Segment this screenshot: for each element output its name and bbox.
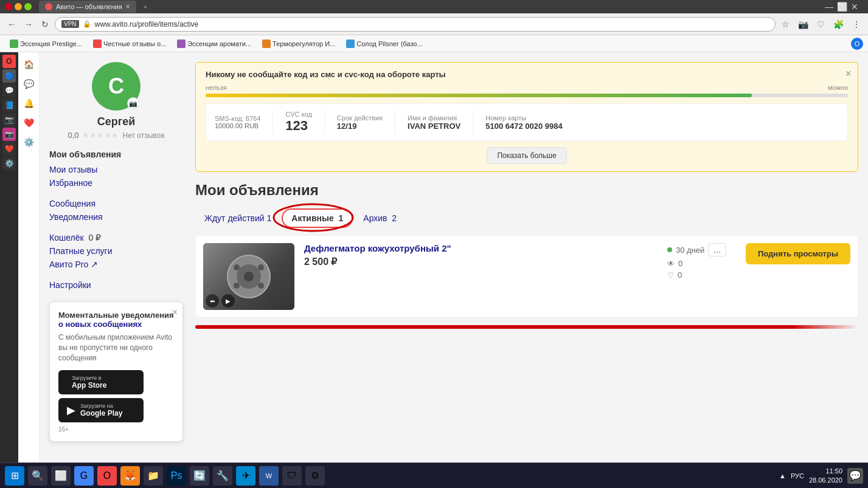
bookmark-3-label: Эссенции аромати... — [187, 40, 251, 47]
sms-amount: 10000.00 RUB — [215, 122, 260, 129]
number-value: 5100 6472 0020 9984 — [485, 122, 563, 131]
warning-close-btn[interactable]: × — [845, 67, 852, 80]
avatar: С 📷 — [92, 62, 141, 111]
google-play-name: Google Play — [80, 409, 122, 418]
menu-btn[interactable]: ⋮ — [850, 17, 863, 32]
taskbar-tool1[interactable]: 🔧 — [213, 466, 232, 486]
vpn-badge: VPN — [61, 20, 79, 28]
listing-title[interactable]: Дефлегматор кожухотрубный 2" — [304, 243, 658, 253]
window-restore-btn[interactable]: ⬜ — [837, 2, 847, 12]
nav-item-reviews[interactable]: Мои отзывы — [49, 163, 183, 176]
close-btn[interactable] — [5, 3, 12, 10]
svg-point-6 — [234, 283, 240, 289]
taskbar-task-view[interactable]: ⬜ — [51, 466, 71, 486]
warning-card: SMS-код: 8764 10000.00 RUB CVC код 123 — [206, 103, 848, 141]
bookmark-2[interactable]: Честные отзывы о... — [88, 38, 171, 49]
address-bar[interactable]: VPN 🔒 www.avito.ru/profile/items/active — [55, 17, 776, 32]
avatar-camera-icon[interactable]: 📷 — [127, 97, 139, 109]
avito-nav-icon-chat[interactable]: 💬 — [21, 77, 36, 91]
bookmark-3[interactable]: Эссенции аромати... — [172, 38, 256, 49]
window-minimize-btn[interactable]: — — [825, 2, 833, 12]
extensions-btn[interactable]: 🧩 — [831, 17, 846, 32]
listing-thumb-svg — [224, 252, 273, 301]
taskbar-chrome[interactable]: G — [74, 466, 94, 486]
profile-circle[interactable]: О — [851, 38, 863, 50]
maximize-btn[interactable] — [24, 3, 32, 10]
nav-section-messages: Сообщения Уведомления — [49, 197, 183, 224]
svg-point-7 — [258, 283, 264, 289]
nav-item-paid-services[interactable]: Платные услуги — [49, 244, 183, 258]
refresh-button[interactable]: ↻ — [39, 17, 51, 32]
window-close-btn[interactable]: ✕ — [851, 2, 858, 12]
taskbar-codeblocks[interactable]: ⚙ — [305, 466, 325, 486]
taskbar-search[interactable]: 🔍 — [28, 466, 47, 486]
listing-thumbnail[interactable]: ⬅ ▶ — [203, 243, 294, 310]
listing-item: ⬅ ▶ Дефлегматор кожухотрубный 2" 2 500 ₽ — [195, 235, 858, 318]
bookmark-4[interactable]: Терморегулятор И... — [257, 38, 340, 49]
forward-button[interactable]: → — [22, 17, 35, 32]
tab-close-btn[interactable]: × — [126, 2, 130, 11]
show-more-btn[interactable]: Показать больше — [487, 147, 566, 164]
taskbar-notification-btn[interactable]: 💬 — [847, 468, 863, 484]
nav-item-wallet[interactable]: Кошелёк — [49, 231, 84, 244]
ext-icon-5[interactable]: ❤️ — [2, 142, 16, 156]
taskbar-photoshop[interactable]: Ps — [167, 466, 186, 486]
ext-icon-1[interactable]: 🔵 — [2, 69, 16, 83]
new-tab-btn[interactable]: + — [137, 1, 153, 12]
taskbar-telegram[interactable]: ✈ — [236, 466, 255, 486]
taskbar-lang: РУС — [791, 472, 804, 479]
avito-nav-icon-settings[interactable]: ⚙️ — [21, 135, 36, 149]
avito-nav-icon-like[interactable]: ❤️ — [21, 115, 36, 130]
avito-nav-icon-bell[interactable]: 🔔 — [21, 96, 36, 111]
nav-item-messages[interactable]: Сообщения — [49, 197, 183, 210]
profile-sidebar: С 📷 Сергей 0,0 ★★★★★ Нет отзывов — [49, 62, 183, 466]
google-play-button[interactable]: ▶ Загрузите на Google Play — [58, 398, 144, 422]
taskbar-word[interactable]: W — [259, 466, 279, 486]
avito-nav-icon-home[interactable]: 🏠 — [21, 57, 36, 72]
taskbar-filezilla[interactable]: 🔄 — [190, 466, 209, 486]
avito-nav-sidebar: 🏠 💬 🔔 ❤️ ⚙️ — [18, 52, 40, 476]
bookmark-5[interactable]: Солод Pilsner (базо... — [341, 38, 427, 49]
ext-icon-instagram[interactable]: 📷 — [2, 128, 16, 141]
thumb-next-btn[interactable]: ▶ — [221, 294, 235, 308]
ext-icon-settings[interactable]: ⚙️ — [2, 157, 16, 170]
screenshot-btn[interactable]: 📷 — [796, 17, 811, 32]
boost-views-btn[interactable]: Поднять просмотры — [746, 243, 850, 264]
taskbar-firefox[interactable]: 🦊 — [120, 466, 140, 486]
notification-popup: × Моментальные уведомления о новых сообщ… — [49, 301, 183, 442]
bookmarks-btn[interactable]: ☆ — [779, 17, 792, 32]
back-button[interactable]: ← — [5, 17, 18, 32]
nav-item-favorites[interactable]: Избранное — [49, 176, 183, 190]
cvc-field: CVC код 123 — [285, 111, 312, 134]
nav-item-settings[interactable]: Настройки — [49, 278, 183, 292]
thumb-play-btn[interactable]: ⬅ — [206, 294, 219, 308]
ext-icon-2[interactable]: 💬 — [2, 84, 16, 97]
views-icon: 👁 — [667, 259, 675, 268]
tab-pending[interactable]: Ждут действий 1 — [195, 209, 280, 227]
stat-row-likes: ♡ 0 — [667, 270, 682, 280]
bookmark-1[interactable]: Эссенция Prestige... — [5, 38, 87, 49]
taskbar-files[interactable]: 📁 — [144, 466, 163, 486]
ext-icon-4[interactable]: 📷 — [2, 113, 16, 126]
tab-active-label: Активные — [291, 213, 333, 223]
expiry-label: Срок действия — [337, 114, 383, 122]
tab-archive-count: 2 — [392, 213, 397, 223]
ext-icon-opera[interactable]: O — [2, 55, 16, 68]
tab-archive[interactable]: Архив 2 — [354, 209, 406, 227]
cvc-label: CVC код — [285, 111, 312, 118]
main-listings-area: × Никому не сообщайте код из смс и сvc-к… — [195, 62, 858, 466]
taskbar-opera[interactable]: O — [97, 466, 117, 486]
app-store-button[interactable]: Загрузите в App Store — [58, 370, 144, 394]
start-button[interactable]: ⊞ — [5, 466, 24, 486]
taskbar-antivirus[interactable]: 🛡 — [282, 466, 302, 486]
profile-rating: 0,0 ★★★★★ Нет отзывов — [68, 131, 164, 140]
notif-close-btn[interactable]: × — [172, 307, 178, 318]
tab-active[interactable]: Активные 1 — [282, 208, 353, 228]
minimize-btn[interactable] — [15, 3, 22, 10]
listing-more-btn[interactable]: ... — [708, 243, 726, 256]
nav-item-notifications[interactable]: Уведомления — [49, 210, 183, 224]
ext-icon-3[interactable]: 📘 — [2, 98, 16, 112]
nav-item-avito-pro[interactable]: Авито Pro ↗ — [49, 258, 183, 271]
heart-btn[interactable]: ♡ — [814, 17, 827, 32]
warning-title: Никому не сообщайте код из смс и сvc-код… — [206, 70, 848, 79]
